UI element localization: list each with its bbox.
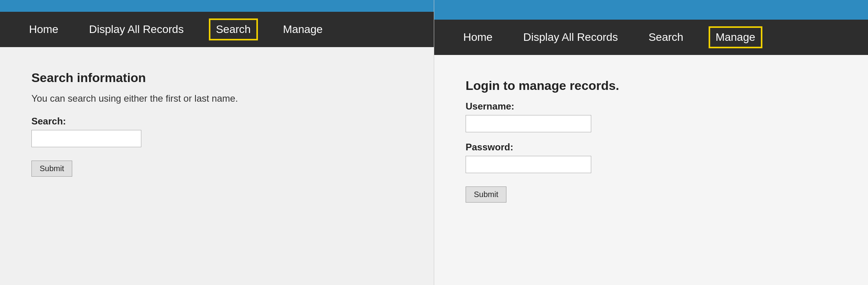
right-nav-manage[interactable]: Manage [709, 26, 762, 48]
left-nav-display-all-records[interactable]: Display All Records [84, 20, 189, 39]
right-nav-display-all-records[interactable]: Display All Records [518, 28, 623, 47]
right-submit-button[interactable]: Submit [466, 186, 506, 203]
right-top-bar [434, 0, 868, 20]
right-password-label: Password: [466, 142, 837, 153]
right-page-title: Login to manage records. [466, 79, 837, 93]
left-nav-manage[interactable]: Manage [278, 20, 328, 39]
left-panel: Home Display All Records Search Manage S… [0, 0, 434, 285]
right-nav-search[interactable]: Search [643, 28, 689, 47]
left-content: Search information You can search using … [0, 47, 434, 285]
left-nav: Home Display All Records Search Manage [0, 12, 434, 47]
right-username-group: Username: [466, 101, 837, 132]
right-panel: Home Display All Records Search Manage L… [434, 0, 868, 285]
right-username-input[interactable] [466, 115, 591, 132]
left-search-group: Search: [31, 116, 402, 147]
left-nav-home[interactable]: Home [24, 20, 64, 39]
left-nav-search[interactable]: Search [209, 18, 258, 40]
left-page-title: Search information [31, 71, 402, 85]
left-search-input[interactable] [31, 130, 141, 147]
right-nav: Home Display All Records Search Manage [434, 20, 868, 55]
left-description: You can search using either the first or… [31, 93, 402, 104]
right-nav-home[interactable]: Home [458, 28, 498, 47]
left-top-bar [0, 0, 434, 12]
left-submit-button[interactable]: Submit [31, 161, 72, 177]
left-search-label: Search: [31, 116, 402, 127]
right-password-group: Password: [466, 142, 837, 173]
right-username-label: Username: [466, 101, 837, 112]
right-password-input[interactable] [466, 156, 591, 173]
right-content: Login to manage records. Username: Passw… [434, 55, 868, 285]
